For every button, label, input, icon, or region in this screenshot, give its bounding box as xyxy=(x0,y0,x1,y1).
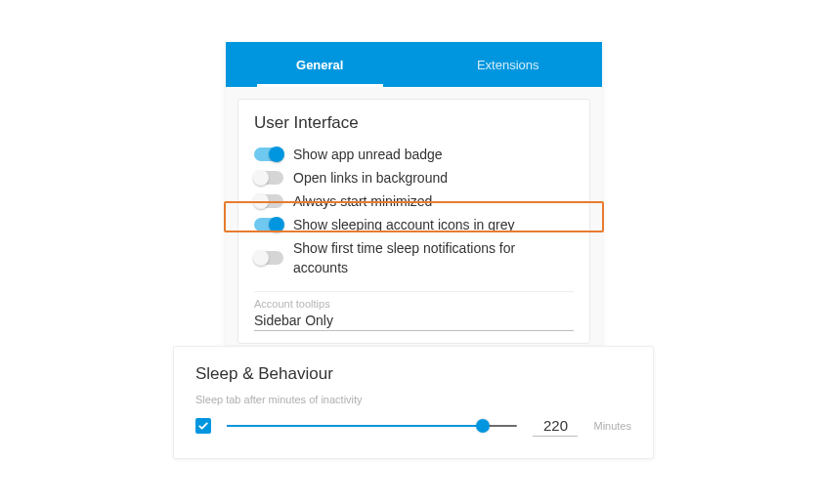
tab-extensions[interactable]: Extensions xyxy=(414,42,603,87)
slider-row: Minutes xyxy=(195,415,631,437)
sleep-enabled-checkbox[interactable] xyxy=(195,418,211,434)
option-label: Show sleeping account icons in grey xyxy=(293,215,514,234)
toggle-sleeping-grey[interactable] xyxy=(254,218,283,231)
option-label: Show first time sleep notifications for … xyxy=(293,238,574,277)
tab-general-label: General xyxy=(296,58,343,72)
tab-bar: General Extensions xyxy=(226,42,602,87)
option-row-4: Show first time sleep notifications for … xyxy=(254,236,574,279)
option-row-0: Show app unread badge xyxy=(254,143,574,166)
panel-wrap: User Interface Show app unread badge Ope… xyxy=(226,87,602,348)
check-icon xyxy=(197,420,209,432)
option-row-2: Always start minimized xyxy=(254,189,574,213)
tooltip-field-label: Account tooltips xyxy=(254,291,574,310)
settings-card: General Extensions User Interface Show a… xyxy=(226,42,602,348)
option-row-3: Show sleeping account icons in grey xyxy=(254,213,574,236)
user-interface-panel: User Interface Show app unread badge Ope… xyxy=(237,99,590,344)
toggle-open-links-bg[interactable] xyxy=(254,171,283,185)
tab-general[interactable]: General xyxy=(226,42,414,87)
tab-extensions-label: Extensions xyxy=(477,58,539,72)
section-title: User Interface xyxy=(254,113,574,133)
sleep-unit-label: Minutes xyxy=(593,420,631,432)
sleep-label: Sleep tab after minutes of inactivity xyxy=(195,394,631,405)
toggle-start-minimized[interactable] xyxy=(254,194,283,208)
option-label: Show app unread badge xyxy=(293,145,443,164)
option-row-1: Open links in background xyxy=(254,166,574,189)
slider-fill xyxy=(227,425,483,427)
option-label: Open links in background xyxy=(293,168,448,188)
toggle-unread-badge[interactable] xyxy=(254,147,283,161)
tooltip-select[interactable]: Sidebar Only xyxy=(254,310,574,331)
sleep-minutes-input[interactable] xyxy=(533,415,578,437)
toggle-sleep-notifications[interactable] xyxy=(254,251,283,265)
option-label: Always start minimized xyxy=(293,191,432,211)
sleep-title: Sleep & Behaviour xyxy=(195,364,631,384)
sleep-behaviour-card: Sleep & Behaviour Sleep tab after minute… xyxy=(173,346,654,459)
sleep-slider[interactable] xyxy=(227,416,517,436)
slider-thumb[interactable] xyxy=(476,419,490,433)
